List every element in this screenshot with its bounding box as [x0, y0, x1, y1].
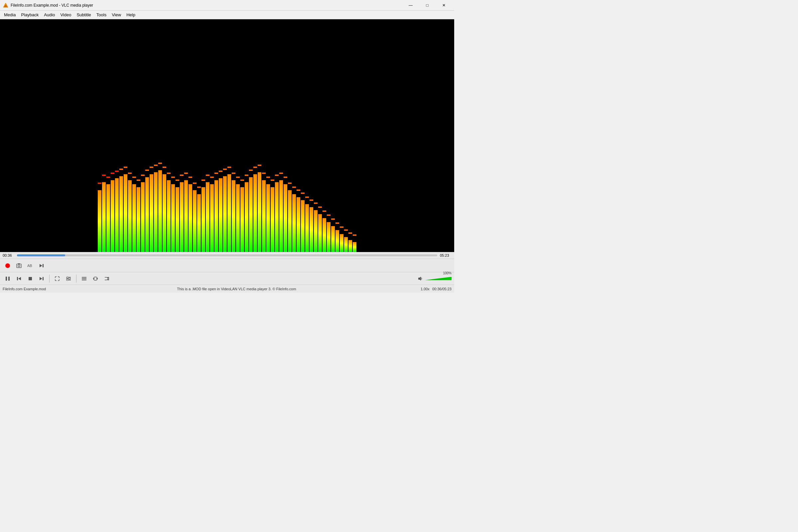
- previous-button[interactable]: [14, 274, 24, 283]
- svg-marker-11: [18, 277, 21, 280]
- current-time-display: 00:36/05:23: [432, 287, 452, 291]
- spectrum-bar: [163, 152, 166, 252]
- spectrum-bar: [305, 152, 309, 252]
- video-area: [0, 19, 454, 252]
- menu-help[interactable]: Help: [124, 11, 138, 19]
- window-controls: — □ ✕: [403, 0, 452, 11]
- svg-point-2: [5, 263, 10, 268]
- spectrum-bar: [150, 152, 153, 252]
- spectrum-bar: [249, 152, 253, 252]
- loop-button[interactable]: [91, 274, 100, 283]
- spectrum-bar: [301, 152, 305, 252]
- spectrum-bar: [180, 152, 184, 252]
- svg-rect-13: [28, 277, 32, 280]
- spectrum-visualizer: [98, 152, 357, 252]
- separator-2: [76, 274, 76, 283]
- spectrum-bar: [271, 152, 274, 252]
- svg-rect-5: [18, 263, 20, 264]
- controls-row-1: AB: [0, 259, 454, 272]
- stop-button[interactable]: [25, 274, 35, 283]
- spectrum-bar: [206, 152, 209, 252]
- spectrum-bar: [115, 152, 119, 252]
- spectrum-bar: [245, 152, 248, 252]
- spectrum-bar: [202, 152, 205, 252]
- spectrum-bar: [309, 152, 313, 252]
- spectrum-bar: [348, 152, 352, 252]
- spectrum-bar: [154, 152, 158, 252]
- spectrum-bar: [340, 152, 343, 252]
- svg-rect-8: [42, 264, 43, 267]
- volume-slider[interactable]: 100%: [425, 276, 452, 281]
- spectrum-bar: [288, 152, 291, 252]
- play-pause-button[interactable]: [3, 274, 13, 283]
- spectrum-bar: [98, 152, 101, 252]
- svg-point-19: [67, 277, 68, 278]
- progress-area: 00:36 05:23: [0, 252, 454, 259]
- svg-rect-22: [82, 277, 87, 278]
- spectrum-bar: [327, 152, 330, 252]
- random-button[interactable]: [102, 274, 112, 283]
- spectrum-bar: [102, 152, 106, 252]
- spectrum-bar: [279, 152, 283, 252]
- menu-audio[interactable]: Audio: [41, 11, 58, 19]
- menu-subtitle[interactable]: Subtitle: [74, 11, 93, 19]
- svg-marker-14: [40, 277, 42, 280]
- spectrum-bar: [323, 152, 326, 252]
- spectrum-bar: [175, 152, 179, 252]
- spectrum-bar: [145, 152, 149, 252]
- playback-speed: 1.00x: [421, 287, 430, 291]
- spectrum-bar: [189, 152, 192, 252]
- next-button[interactable]: [37, 274, 46, 283]
- svg-rect-10: [8, 277, 10, 281]
- spectrum-bar: [137, 152, 140, 252]
- status-bar: FileInfo.com Example.mod This is a .MOD …: [0, 285, 454, 292]
- frame-next-button[interactable]: [37, 261, 46, 270]
- volume-fill: [425, 277, 452, 280]
- status-info: This is a .MOD file open in VideoLAN VLC…: [53, 287, 421, 291]
- spectrum-bar: [232, 152, 235, 252]
- spectrum-bar: [119, 152, 123, 252]
- spectrum-bar: [171, 152, 175, 252]
- total-time: 05:23: [440, 253, 452, 258]
- spectrum-bar: [158, 152, 162, 252]
- title-bar: FileInfo.com Example.mod - VLC media pla…: [0, 0, 454, 11]
- playlist-button[interactable]: [79, 274, 89, 283]
- separator-1: [49, 274, 50, 283]
- spectrum-bar: [353, 152, 357, 252]
- close-button[interactable]: ✕: [436, 0, 452, 11]
- maximize-button[interactable]: □: [420, 0, 435, 11]
- fullscreen-button[interactable]: [52, 274, 62, 283]
- menu-video[interactable]: Video: [58, 11, 74, 19]
- spectrum-bar: [227, 152, 231, 252]
- record-button[interactable]: [3, 261, 13, 270]
- spectrum-bar: [241, 152, 244, 252]
- progress-bar[interactable]: [17, 254, 437, 256]
- spectrum-bar: [318, 152, 322, 252]
- extended-settings-button[interactable]: [63, 274, 74, 283]
- snapshot-button[interactable]: [14, 261, 24, 270]
- spectrum-bar: [223, 152, 227, 252]
- svg-rect-15: [42, 277, 43, 280]
- spectrum-bar: [107, 152, 110, 252]
- menu-media[interactable]: Media: [1, 11, 18, 19]
- spectrum-bar: [266, 152, 270, 252]
- svg-rect-3: [17, 264, 21, 268]
- spectrum-bar: [284, 152, 287, 252]
- controls-row-2: 100%: [0, 272, 454, 285]
- spectrum-bar: [336, 152, 339, 252]
- svg-marker-27: [418, 277, 421, 281]
- menu-playback[interactable]: Playback: [18, 11, 41, 19]
- svg-rect-24: [82, 280, 87, 280]
- loop-ab-button[interactable]: AB: [25, 261, 35, 270]
- menu-tools[interactable]: Tools: [94, 11, 109, 19]
- spectrum-bar: [236, 152, 240, 252]
- status-filename: FileInfo.com Example.mod: [3, 287, 53, 291]
- spectrum-bar: [331, 152, 335, 252]
- spectrum-bar: [262, 152, 266, 252]
- spectrum-bar: [184, 152, 188, 252]
- spectrum-bar: [275, 152, 279, 252]
- spectrum-bar: [167, 152, 171, 252]
- menu-view[interactable]: View: [109, 11, 124, 19]
- minimize-button[interactable]: —: [403, 0, 418, 11]
- spectrum-bar: [214, 152, 218, 252]
